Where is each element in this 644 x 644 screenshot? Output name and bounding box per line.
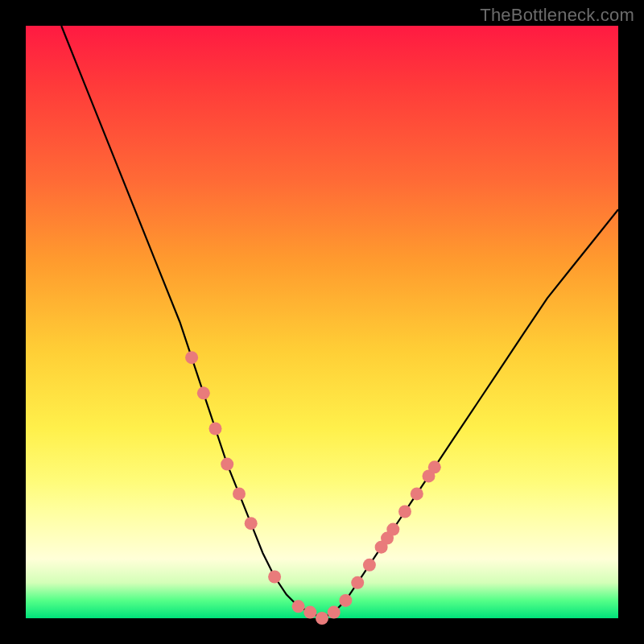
highlight-dot — [328, 606, 341, 619]
highlight-dot — [303, 606, 316, 619]
highlight-dot — [197, 386, 210, 399]
watermark-label: TheBottleneck.com — [480, 5, 634, 26]
highlight-dot — [221, 458, 233, 471]
highlight-dot — [398, 506, 411, 518]
chart-frame: TheBottleneck.com — [0, 0, 644, 644]
highlight-dot — [363, 559, 376, 572]
bottleneck-curve — [61, 26, 618, 618]
highlight-dot — [411, 487, 423, 500]
highlight-dots — [185, 351, 441, 625]
highlight-dot — [209, 423, 222, 436]
highlight-dot — [245, 517, 258, 530]
highlight-dot — [428, 460, 441, 473]
highlight-dot — [339, 594, 352, 607]
highlight-dot — [316, 612, 328, 625]
highlight-dot — [292, 600, 305, 613]
highlight-dot — [185, 351, 198, 364]
curve-svg — [26, 26, 618, 618]
highlight-dot — [233, 487, 246, 500]
highlight-dot — [268, 571, 281, 584]
plot-area — [26, 26, 618, 618]
highlight-dot — [351, 576, 364, 589]
highlight-dot — [386, 523, 399, 536]
